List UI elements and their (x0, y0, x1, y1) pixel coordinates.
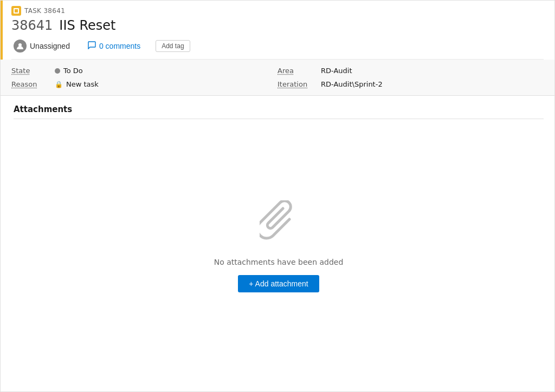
comments-button[interactable]: 0 comments (85, 40, 143, 52)
iteration-field-row: Iteration RD-Audit\Sprint-2 (278, 77, 544, 91)
paperclip-icon (260, 200, 298, 249)
reason-field-row: Reason 🔒 New task (11, 77, 278, 91)
task-detail-page: TASK 38641 38641 IIS Reset Unassigned (0, 0, 555, 392)
comment-icon (87, 41, 96, 51)
assignee-button[interactable]: Unassigned (11, 38, 72, 54)
task-title-row: 38641 IIS Reset (11, 18, 544, 33)
reason-value: 🔒 New task (55, 80, 99, 88)
assignee-label: Unassigned (30, 42, 70, 50)
add-attachment-button[interactable]: + Add attachment (238, 275, 319, 292)
meta-row: Unassigned 0 comments Add tag (11, 38, 544, 60)
task-title: IIS Reset (59, 18, 115, 33)
no-attachments-message: No attachments have been added (214, 258, 344, 266)
state-dot-icon (55, 68, 60, 74)
comments-count: 0 comments (99, 42, 140, 50)
avatar (14, 40, 27, 53)
state-value: To Do (55, 67, 83, 75)
task-label: TASK 38641 (24, 7, 65, 15)
fields-section: State To Do Area RD-Audit Reason 🔒 New t… (1, 60, 554, 96)
state-field-row: State To Do (11, 64, 278, 77)
iteration-label: Iteration (278, 80, 321, 88)
area-value: RD-Audit (321, 67, 352, 75)
area-label: Area (278, 67, 321, 75)
task-id: 38641 (11, 18, 53, 33)
attachments-section: Attachments No attachments have been add… (1, 96, 554, 391)
add-tag-button[interactable]: Add tag (156, 40, 190, 52)
attachments-title: Attachments (14, 104, 544, 119)
area-field-row: Area RD-Audit (278, 64, 544, 77)
reason-label: Reason (11, 80, 55, 88)
task-label-row: TASK 38641 (11, 6, 544, 16)
task-type-icon (11, 6, 21, 16)
iteration-value: RD-Audit\Sprint-2 (321, 80, 383, 88)
lock-icon: 🔒 (55, 81, 63, 88)
state-label: State (11, 67, 55, 75)
attachments-empty-state: No attachments have been added + Add att… (14, 123, 544, 369)
header-section: TASK 38641 38641 IIS Reset Unassigned (1, 1, 554, 60)
